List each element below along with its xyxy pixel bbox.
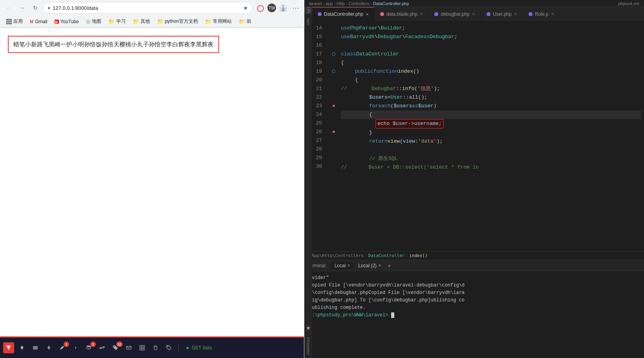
- debugbar-tab-database[interactable]: 1: [83, 342, 94, 353]
- code-line-28: [341, 146, 641, 154]
- ide-tab-datacontroller[interactable]: DataController.php ✕: [312, 7, 375, 21]
- code-line-23: foreach ($users as $user): [341, 102, 641, 110]
- tab-close-debugbar[interactable]: ✕: [472, 12, 475, 16]
- terminal-tab-local-close[interactable]: ✕: [347, 263, 350, 268]
- terminal-add-button[interactable]: +: [386, 263, 392, 269]
- favorites-icon[interactable]: [306, 325, 311, 332]
- page-content: 蜡笔小新路飞黑崎一护小明孙悟饭孙悟天樱桃小丸子孙悟空李白辉夜李黑辉夜: [0, 28, 304, 336]
- ext-opera-icon[interactable]: ◯: [255, 2, 266, 13]
- ide-tab-debugbar[interactable]: debugbar.php ✕: [429, 7, 481, 21]
- page-text-box: 蜡笔小新路飞黑崎一护小明孙悟饭孙悟天樱桃小丸子孙悟空李白辉夜李黑辉夜: [8, 36, 219, 53]
- debugbar-tab-flame[interactable]: [16, 342, 27, 353]
- tab-close-role[interactable]: ✕: [551, 12, 554, 16]
- address-bar[interactable]: ● 127.0.0.1:8000/data ★: [43, 2, 252, 14]
- terminal-tab-local[interactable]: Local ✕: [331, 262, 354, 269]
- debugbar-tab-tag2[interactable]: [163, 342, 174, 353]
- ln-14: 14: [312, 24, 325, 33]
- debugbar-tab-chain[interactable]: [97, 342, 108, 353]
- ide-tab-role[interactable]: Role.p ✕: [523, 7, 560, 21]
- terminal-cursor: [391, 312, 394, 318]
- svg-rect-7: [140, 345, 145, 350]
- ide-tab-data-blade[interactable]: data.blade.php ✕: [375, 7, 429, 21]
- terminal-line-3: [\config\debugbar.phpCopied File [\vendo…: [309, 289, 639, 296]
- bookmark-maps[interactable]: ◎ 地图: [83, 17, 104, 26]
- tab-label-role: Role.p: [535, 11, 549, 17]
- maps-icon: ◎: [86, 18, 90, 24]
- debugbar-tab-arrow[interactable]: [70, 342, 81, 353]
- debugbar-file-icon: [434, 12, 438, 16]
- favorites-sidebar: npm 2:Favorites: [304, 14, 312, 358]
- svg-point-3: [87, 345, 91, 347]
- ln-27: 27: [312, 136, 325, 145]
- more-button[interactable]: ⋯: [290, 2, 301, 13]
- svg-rect-2: [33, 349, 38, 349]
- terminal-tab-local-label: Local: [335, 263, 346, 268]
- debugbar-separator: [178, 344, 179, 352]
- ide-breadcrumb: \App\Http\Controllers › DataController ›…: [304, 251, 644, 260]
- breakpoint-26: ●: [330, 128, 338, 136]
- ide-terminal: Terminal: Local ✕ Local (2) ✕ + ovider" …: [304, 260, 644, 358]
- bookmark-apps[interactable]: 应用: [3, 17, 26, 26]
- page-main-text: 蜡笔小新路飞黑崎一护小明孙悟饭孙悟天樱桃小丸子孙悟空李白辉夜李黑辉夜: [13, 41, 214, 48]
- code-line-17: class DataController: [341, 50, 641, 59]
- ln-17: 17: [312, 50, 325, 59]
- ext-tampermonkey-icon[interactable]: TM: [267, 4, 276, 12]
- debugbar-tab-bars[interactable]: [30, 342, 41, 353]
- terminal-line-6: D:\phpstudy_pro\WWW\laravel>: [309, 312, 639, 319]
- favorites-label: 2:Favorites: [306, 337, 310, 355]
- bookmark-gmail[interactable]: M Gmail: [27, 18, 51, 25]
- terminal-line-5: Publishing complete.: [309, 304, 639, 311]
- bookmark-youtube[interactable]: ▶ YouTube: [51, 18, 82, 25]
- debugbar-tab-table[interactable]: [137, 342, 148, 353]
- code-line-26: }: [341, 129, 641, 137]
- bookmark-apps-label: 应用: [13, 18, 23, 25]
- bookmark-study-label: 学习: [116, 18, 126, 25]
- ln-23: 23: [312, 102, 325, 110]
- breakpoint-23: ●: [330, 102, 338, 110]
- ide-tab-user[interactable]: User.php ✕: [481, 7, 523, 21]
- bookmarks-bar: 应用 M Gmail ▶ YouTube ◎ 地图 📁 学习 📁 其他: [0, 16, 304, 28]
- ide-code-editor: Z-Structure 14 15 16 17 18 19 20 21 22 2…: [304, 21, 644, 251]
- debugbar-tab-tag[interactable]: 12: [110, 342, 121, 353]
- folder-python-icon: 📁: [157, 18, 163, 24]
- bookmark-common[interactable]: 📁 常用网站: [202, 17, 235, 26]
- bookmark-front[interactable]: 📁 前: [236, 17, 254, 26]
- ext-violentmonkey-icon[interactable]: 👔: [278, 2, 289, 13]
- debugbar-logo[interactable]: [3, 342, 14, 353]
- reload-button[interactable]: ↻: [30, 2, 41, 13]
- bookmark-study[interactable]: 📁 学习: [105, 17, 129, 26]
- terminal-line-1: ovider": [309, 274, 639, 281]
- tab-close-data-blade[interactable]: ✕: [420, 12, 423, 16]
- php-icon: [318, 12, 322, 16]
- debugbar-method: GET: [192, 345, 201, 351]
- terminal-tab-local2[interactable]: Local (2) ✕: [355, 262, 384, 269]
- code-line-21: // Debugbar::info('信息');: [341, 84, 641, 93]
- bookmark-python[interactable]: 📁 python官方文档: [154, 17, 201, 26]
- leaf-badge: 1: [64, 341, 69, 347]
- code-line-14: use PhpParser\Builder;: [341, 24, 641, 33]
- highlighted-echo-line: echo $user->username;: [375, 119, 444, 129]
- tab-close-datacontroller[interactable]: ✕: [366, 12, 369, 17]
- code-line-29: // 原生SQL: [341, 154, 641, 163]
- svg-rect-0: [33, 346, 38, 347]
- forward-button[interactable]: →: [16, 2, 27, 13]
- blade-icon: [380, 12, 384, 16]
- code-content[interactable]: use PhpParser\Builder; use Barryvdh\Debu…: [338, 21, 644, 251]
- debugbar-tab-envelope[interactable]: [123, 342, 134, 353]
- tab-close-user[interactable]: ✕: [514, 12, 517, 16]
- tab-label-user: User.php: [493, 11, 512, 17]
- debugbar-tab-trash[interactable]: [150, 342, 161, 353]
- tab-label-datacontroller: DataController.php: [324, 11, 363, 17]
- bookmark-other-label: 其他: [141, 18, 150, 25]
- bookmark-other[interactable]: 📁 其他: [130, 17, 153, 26]
- debugbar-tab-leaf[interactable]: 1: [57, 342, 68, 353]
- back-button[interactable]: ←: [3, 2, 14, 13]
- terminal-tab-local2-close[interactable]: ✕: [378, 263, 381, 268]
- debugbar: 1 1 12: [0, 336, 304, 358]
- terminal-tab-local2-label: Local (2): [358, 263, 377, 268]
- bookmark-star-icon[interactable]: ★: [243, 5, 248, 11]
- debugbar-tab-lightning[interactable]: [43, 342, 54, 353]
- code-line-18: {: [341, 59, 641, 67]
- ln-30: 30: [312, 162, 325, 171]
- folder-study-icon: 📁: [108, 18, 115, 24]
